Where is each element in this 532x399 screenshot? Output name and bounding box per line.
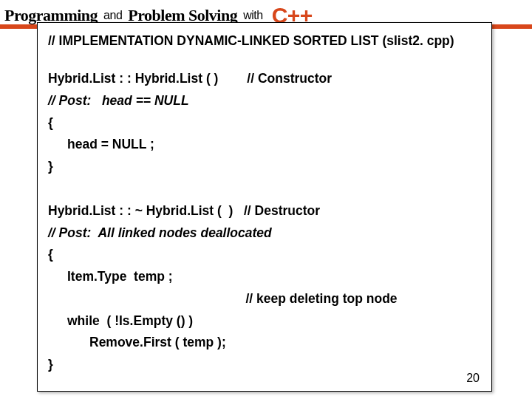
code-slide-box: // IMPLEMENTATION DYNAMIC-LINKED SORTED … [37, 22, 492, 392]
page-number: 20 [466, 372, 480, 385]
destructor-postcondition: // Post: All linked nodes deallocated [48, 222, 481, 245]
destructor-removefirst: Remove.First ( temp ); [48, 332, 481, 354]
brace-close-1: } [48, 156, 481, 178]
destructor-decl: Item.Type temp ; [48, 266, 481, 288]
brace-open-2: { [48, 244, 481, 266]
title-and: and [103, 9, 122, 22]
destructor-signature: Hybrid.List : : ~ Hybrid.List ( ) // Des… [48, 200, 481, 222]
constructor-body: head = NULL ; [48, 134, 481, 156]
spacer [48, 178, 481, 200]
title-with: with [243, 9, 262, 22]
slide-title-comment: // IMPLEMENTATION DYNAMIC-LINKED SORTED … [48, 33, 481, 49]
constructor-signature: Hybrid.List : : Hybrid.List ( ) // Const… [48, 68, 481, 90]
destructor-keep-deleting-comment: // keep deleting top node [48, 288, 481, 310]
brace-open-1: { [48, 112, 481, 134]
constructor-postcondition: // Post: head == NULL [48, 90, 481, 112]
brace-close-2: } [48, 354, 481, 376]
destructor-while: while ( !Is.Empty () ) [48, 310, 481, 332]
